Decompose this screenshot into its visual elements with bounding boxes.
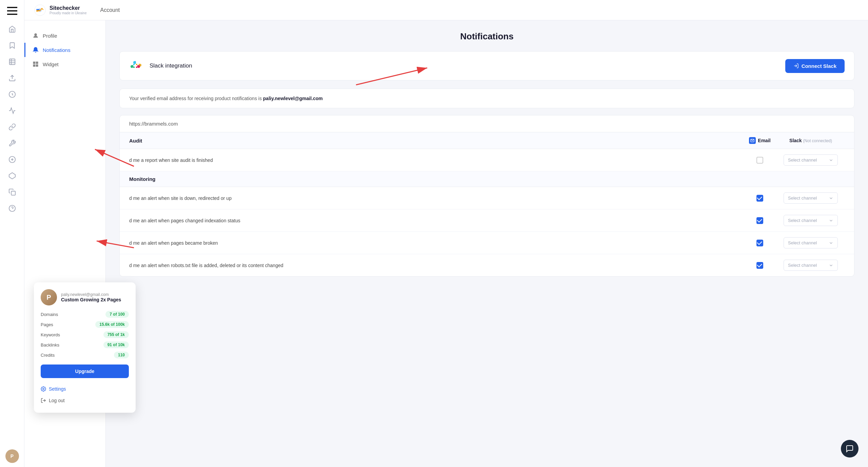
email-column-header: Email — [743, 137, 777, 144]
popup-stat-domains: Domains 7 of 100 — [41, 311, 129, 318]
nav-chart[interactable] — [5, 103, 20, 118]
notif-slack-col-site-down: Select channel — [777, 192, 845, 204]
stat-badge-domains: 7 of 100 — [105, 311, 129, 318]
monitoring-label: Monitoring — [129, 176, 743, 182]
nav-avatar[interactable]: P — [5, 449, 19, 463]
popup-stat-backlinks: Backlinks 91 of 10k — [41, 341, 129, 348]
svg-point-28 — [43, 388, 44, 390]
logout-label: Log out — [49, 398, 65, 403]
slack-logo-icon — [129, 58, 144, 73]
logo-text: Sitechecker Proudly made in Ukraine — [50, 5, 87, 15]
notif-label-indexation: d me an alert when pages changed indexat… — [129, 218, 743, 223]
svg-point-20 — [35, 34, 37, 36]
svg-rect-21 — [33, 62, 35, 63]
indexation-slack-select[interactable]: Select channel — [784, 215, 838, 226]
upgrade-button[interactable]: Upgrade — [41, 365, 129, 378]
notif-label-robots: d me an alert when robots.txt file is ad… — [129, 263, 743, 268]
hamburger-menu[interactable] — [5, 4, 19, 18]
stat-badge-credits: 110 — [114, 352, 129, 358]
slack-integration-bar: Slack integration Connect Slack — [119, 51, 854, 80]
nav-help[interactable] — [5, 201, 20, 216]
notif-slack-col-robots: Select channel — [777, 260, 845, 271]
user-avatar[interactable]: P — [5, 449, 19, 463]
stat-label-credits: Credits — [41, 353, 55, 358]
header-page-title: Account — [100, 7, 120, 13]
audit-report-email-checkbox[interactable] — [756, 157, 763, 164]
nav-home[interactable] — [5, 22, 20, 37]
table-row: d me an alert when robots.txt file is ad… — [120, 254, 854, 276]
nav-gauge[interactable] — [5, 87, 20, 102]
svg-rect-19 — [36, 10, 39, 12]
email-notice-text: Your verified email address for receivin… — [129, 96, 262, 101]
popup-user-row: P paliy.newlevel@gmail.com Custom Growin… — [41, 289, 129, 305]
menu-item-notifications[interactable]: Notifications — [24, 43, 105, 57]
nav-plus[interactable] — [5, 152, 20, 167]
nav-table[interactable] — [5, 54, 20, 69]
popup-footer-logout[interactable]: Log out — [41, 395, 129, 406]
broken-slack-select[interactable]: Select channel — [784, 237, 838, 248]
nav-tools[interactable] — [5, 136, 20, 151]
svg-rect-18 — [36, 9, 39, 10]
slack-integration-title: Slack integration — [150, 62, 192, 69]
notif-slack-col-audit: Select channel — [777, 154, 845, 166]
notif-email-col-indexation — [743, 217, 777, 224]
email-icon — [749, 137, 756, 144]
stat-label-keywords: Keywords — [41, 332, 60, 337]
site-down-slack-select[interactable]: Select channel — [784, 192, 838, 204]
notif-label-site-down: d me an alert when site is down, redirec… — [129, 195, 743, 201]
nav-copy[interactable] — [5, 185, 20, 200]
table-row: d me an alert when pages became broken S… — [120, 232, 854, 254]
sidebar-nav: P — [0, 0, 24, 467]
page-title: Notifications — [119, 31, 854, 42]
svg-rect-22 — [36, 62, 38, 63]
settings-label: Settings — [49, 386, 66, 392]
sitechecker-logo-icon — [34, 4, 46, 16]
email-notice: Your verified email address for receivin… — [119, 89, 854, 108]
broken-email-checkbox[interactable] — [756, 240, 763, 246]
connect-slack-button[interactable]: Connect Slack — [785, 59, 845, 73]
robots-email-checkbox[interactable] — [756, 262, 763, 269]
nav-link[interactable] — [5, 119, 20, 134]
table-row: d me a report when site audit is finishe… — [120, 149, 854, 171]
user-popup-card: P paliy.newlevel@gmail.com Custom Growin… — [34, 282, 136, 413]
top-header: Sitechecker Proudly made in Ukraine Acco… — [24, 0, 868, 20]
svg-rect-13 — [11, 191, 15, 195]
site-down-email-checkbox[interactable] — [756, 195, 763, 202]
audit-section-header: Audit Email Slack (Not connected) — [120, 132, 854, 149]
stat-badge-keywords: 755 of 1k — [103, 331, 129, 338]
chat-support-button[interactable] — [841, 440, 859, 457]
stat-label-pages: Pages — [41, 322, 53, 327]
popup-footer: Settings Log out — [41, 384, 129, 406]
notif-email-col-robots — [743, 262, 777, 269]
menu-item-profile[interactable]: Profile — [24, 29, 105, 43]
stat-badge-pages: 15.6k of 100k — [95, 321, 129, 328]
monitoring-section-header: Monitoring — [120, 171, 854, 187]
indexation-email-checkbox[interactable] — [756, 217, 763, 224]
robots-slack-select[interactable]: Select channel — [784, 260, 838, 271]
table-row: d me an alert when pages changed indexat… — [120, 209, 854, 232]
audit-label: Audit — [129, 138, 743, 144]
notif-email-col-audit — [743, 157, 777, 164]
stat-label-domains: Domains — [41, 312, 58, 317]
popup-stat-keywords: Keywords 755 of 1k — [41, 331, 129, 338]
content-area: Profile Notifications Widget Notificatio… — [24, 20, 868, 467]
popup-avatar: P — [41, 289, 57, 305]
notif-slack-col-indexation: Select channel — [777, 215, 845, 226]
menu-item-widget[interactable]: Widget — [24, 57, 105, 71]
nav-upload[interactable] — [5, 71, 20, 86]
logo-area: Sitechecker Proudly made in Ukraine — [34, 4, 87, 16]
nav-bookmark[interactable] — [5, 38, 20, 53]
notif-email-col-site-down — [743, 195, 777, 202]
nav-gem[interactable] — [5, 168, 20, 183]
popup-footer-settings[interactable]: Settings — [41, 384, 129, 394]
audit-report-slack-select[interactable]: Select channel — [784, 154, 838, 166]
slack-column-header: Slack (Not connected) — [777, 138, 845, 143]
stat-label-backlinks: Backlinks — [41, 342, 59, 348]
notif-slack-col-broken: Select channel — [777, 237, 845, 248]
logo-name: Sitechecker — [50, 5, 87, 11]
notif-label-audit-report: d me a report when site audit is finishe… — [129, 157, 743, 163]
svg-rect-3 — [9, 59, 15, 65]
popup-email: paliy.newlevel@gmail.com — [61, 292, 121, 297]
notifications-table: https://brammels.com Audit Email Slack (… — [119, 115, 854, 277]
email-notice-address: paliy.newlevel@gmail.com — [263, 96, 323, 101]
